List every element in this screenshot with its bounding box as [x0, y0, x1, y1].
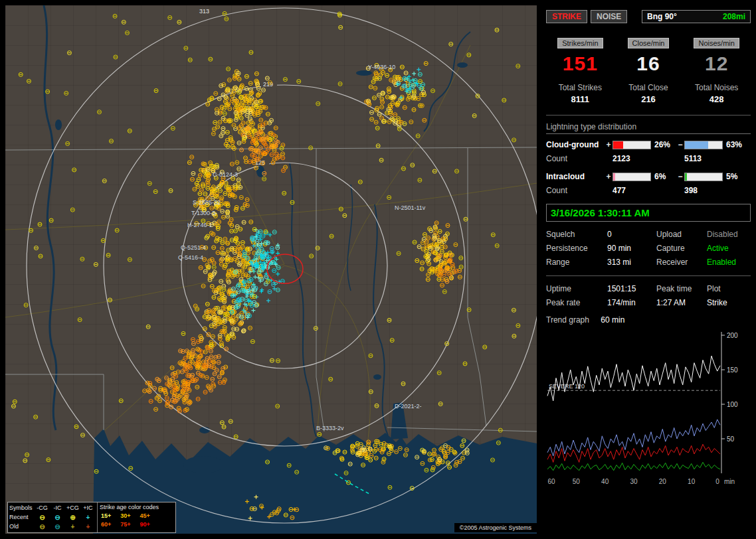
legend-symbol: ⊖ [50, 522, 65, 531]
legend-col-header: +IC [80, 504, 96, 512]
ic-minus-bar [684, 173, 723, 181]
range-value: 313 mi [607, 258, 656, 267]
plus-sign: + [605, 140, 613, 149]
y-tick-label: 50 [727, 435, 735, 443]
capture-status: Active [707, 244, 751, 253]
copyright-notice: ©2005 Astrogenic Systems [454, 523, 537, 532]
count-label: Count [546, 154, 605, 163]
ic-minus-count: 398 [684, 186, 723, 195]
ic-plus-percent: 6% [651, 172, 676, 181]
age-code-label: 90+ [140, 520, 150, 529]
peak-time-value: 1:27 AM [656, 298, 707, 307]
squelch-label: Squelch [546, 230, 607, 239]
receiver-status: Enabled [707, 258, 751, 267]
legend-symbol: ⊕ [65, 513, 80, 522]
capture-label: Capture [656, 244, 707, 253]
uptime-label: Uptime [546, 284, 607, 293]
total-strikes-label: Total Strikes [546, 83, 614, 92]
station-label: Q-5416-4 [178, 254, 203, 261]
ring-distance-label: 313 [199, 8, 209, 15]
legend-symbol: ⊖ [50, 513, 65, 522]
trend-graph-label: Trend graph [546, 315, 589, 325]
station-label: B-3333-2v [316, 425, 344, 431]
legend-symbol: + [80, 513, 96, 522]
cg-plus-bar [613, 141, 651, 149]
cloud-ground-label: Cloud-ground [546, 140, 605, 149]
count-label: Count [546, 186, 605, 195]
cg-minus-percent: 63% [723, 140, 748, 149]
legend-row-label: Old [9, 522, 35, 531]
noises-per-min-header: Noises/min [694, 38, 739, 48]
station-label: H-2746-1 [187, 222, 213, 228]
plot-mode-value: Strike [707, 298, 751, 307]
total-noises-label: Total Noises [682, 83, 751, 92]
plus-sign: + [605, 172, 613, 181]
squelch-value: 0 [607, 230, 656, 239]
legend-symbol: ⊖ [35, 513, 50, 522]
receiver-label: Receiver [656, 258, 707, 267]
app-window: 125219313 Y-4936-10G-0124-3S-2585-32T-13… [0, 0, 756, 539]
x-tick-label: 40 [601, 478, 609, 485]
close-per-min-value: 16 [614, 52, 683, 75]
x-tick-label: 20 [659, 478, 667, 485]
legend-col-header: Symbols [9, 504, 35, 512]
upload-status: Disabled [707, 230, 751, 239]
legend-col-header: -IC [50, 504, 65, 512]
ic-plus-bar [613, 173, 651, 181]
persistence-label: Persistence [546, 244, 607, 253]
cloud-ground-row: Cloud-ground + 26% − 63% [546, 140, 751, 149]
divider [546, 115, 751, 116]
legend-age-codes: Strike age color codes 15+30+45+ 60+75+9… [98, 502, 175, 532]
datetime-display: 3/16/2026 1:30:11 AM [546, 204, 751, 222]
y-tick-label: 150 [727, 366, 738, 374]
cg-plus-count: 2123 [613, 154, 651, 163]
lightning-map[interactable]: 125219313 Y-4936-10G-0124-3S-2585-32T-13… [5, 5, 537, 534]
x-tick-label: 50 [573, 478, 581, 485]
mode-toolbar: STRIKE NOISE Bng 90° 208mi [546, 10, 751, 23]
minus-sign: − [676, 140, 684, 149]
intracloud-row: Intracloud + 6% − 5% [546, 172, 751, 181]
persistence-value: 90 min [607, 244, 656, 253]
station-label: G-0124-3 [213, 171, 238, 178]
lake [457, 62, 468, 68]
station-label: S-2585-32 [193, 199, 221, 206]
lake [356, 70, 372, 76]
close-stat-column: Close/min 16 Total Close 216 [614, 38, 683, 104]
station-label: Y-4936-10 [368, 64, 395, 70]
status-grid: Uptime 1501:15 Peak time Plot Peak rate … [546, 284, 751, 307]
bearing-label: Bng 90° [647, 12, 677, 21]
strike-mode-button[interactable]: STRIKE [546, 10, 587, 23]
trend-graph: 20015010050SEVERE 1206050403020100min [546, 329, 748, 492]
age-code-label: 15+ [101, 512, 111, 520]
legend-row-label: Recent [9, 513, 35, 522]
map-canvas[interactable]: 125219313 Y-4936-10G-0124-3S-2585-32T-13… [5, 5, 537, 534]
legend-symbol: + [80, 522, 96, 531]
x-axis-unit: min [724, 478, 735, 485]
chart-background [546, 329, 748, 492]
uptime-value: 1501:15 [607, 284, 656, 293]
x-tick-label: 60 [547, 478, 555, 485]
legend-symbol-table: Symbols -CG -IC +CG +IC Recent⊖⊖⊕+ Old⊖⊖… [8, 502, 98, 532]
bearing-readout: Bng 90° 208mi [642, 10, 751, 23]
range-label: Range [546, 258, 607, 267]
noises-per-min-value: 12 [682, 52, 751, 75]
legend-symbol: + [65, 522, 80, 531]
total-close-value: 216 [614, 94, 683, 104]
trend-graph-header: Trend graph 60 min [546, 315, 751, 325]
intracloud-count-row: Count 477 398 [546, 186, 751, 195]
age-code-label: 60+ [101, 520, 111, 529]
legend-col-header: +CG [65, 504, 80, 512]
ic-minus-percent: 5% [723, 172, 748, 181]
cg-plus-percent: 26% [651, 140, 676, 149]
map-legend: Symbols -CG -IC +CG +IC Recent⊖⊖⊕+ Old⊖⊖… [7, 502, 176, 533]
plot-label: Plot [707, 284, 751, 293]
x-tick-label: 30 [630, 478, 638, 485]
station-label: Q-5251-4 [181, 244, 206, 251]
noise-mode-button[interactable]: NOISE [591, 10, 627, 23]
settings-grid: Squelch 0 Upload Disabled Persistence 90… [546, 230, 751, 267]
lake [55, 119, 62, 130]
trend-graph-window: 60 min [601, 315, 624, 325]
x-tick-label: 0 [715, 478, 719, 485]
distribution-section-title: Lightning type distribution [546, 122, 751, 134]
station-label: D-2021-2- [395, 403, 422, 410]
